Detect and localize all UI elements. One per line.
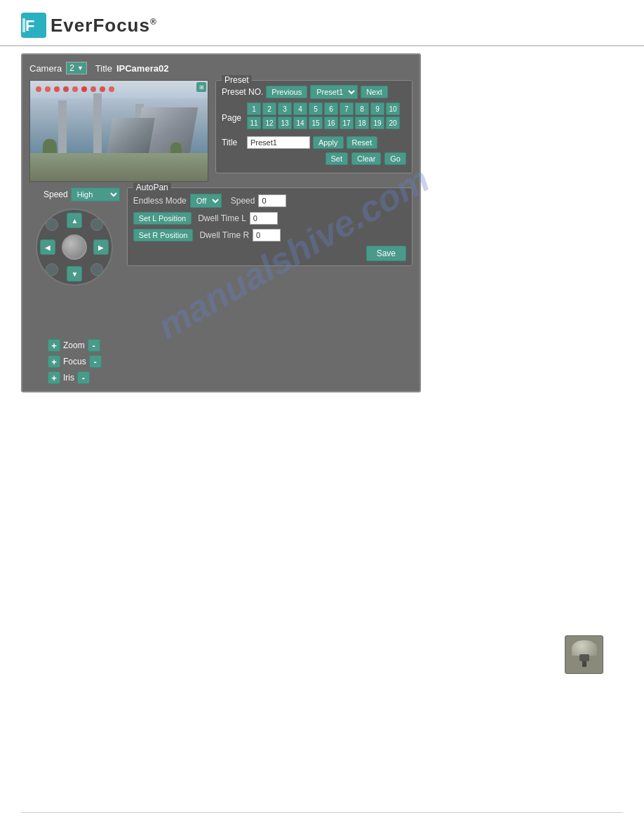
camera-number-select[interactable]: 2 ▼: [66, 62, 87, 74]
page-4[interactable]: 4: [293, 102, 307, 115]
speed-select[interactable]: High Medium Low: [71, 187, 120, 201]
page-3[interactable]: 3: [278, 102, 292, 115]
controls-row: Speed High Medium Low ▲ ◀ ▶ ▼: [29, 187, 412, 384]
joystick-down-left[interactable]: [46, 263, 58, 276]
joystick-up-left[interactable]: [46, 218, 58, 231]
camera-title-value: IPCamera02: [116, 63, 168, 74]
speed-row: Speed High Medium Low: [43, 187, 120, 201]
page-19[interactable]: 19: [370, 117, 384, 129]
iris-label: Iris: [63, 373, 74, 383]
svg-rect-2: [22, 18, 25, 32]
ceiling-lights: [30, 86, 208, 92]
reset-button[interactable]: Reset: [347, 136, 378, 149]
preset-no-label: Preset NO.: [222, 87, 263, 97]
set-r-row: Set R Position Dwell Time R: [133, 229, 406, 241]
dwell-r-label: Dwell Time R: [199, 230, 249, 240]
previous-button[interactable]: Previous: [266, 86, 307, 98]
save-button[interactable]: Save: [366, 246, 406, 261]
joystick-up[interactable]: ▲: [67, 213, 82, 228]
content-row: ⊞ Preset Preset NO. Previous Preset1 Pre…: [29, 80, 412, 182]
page-2[interactable]: 2: [262, 102, 276, 115]
page-12[interactable]: 12: [262, 117, 276, 129]
dwell-l-label: Dwell Time L: [198, 213, 246, 223]
page-15[interactable]: 15: [309, 117, 323, 129]
page-17[interactable]: 17: [340, 117, 354, 129]
pillar-1: [58, 100, 67, 157]
joystick-center[interactable]: [62, 234, 87, 260]
page-row: Page 1 2 3 4 5 6 7 8 9 10 11 12 1: [222, 102, 406, 133]
pillar-2: [93, 93, 102, 157]
camera-label: Camera: [29, 63, 62, 74]
zoom-minus-button[interactable]: -: [88, 339, 100, 352]
preset-action-row: Set Clear Go: [222, 152, 406, 165]
page-9[interactable]: 9: [370, 102, 384, 115]
page-18[interactable]: 18: [355, 117, 369, 129]
dwell-time-r-input[interactable]: [253, 229, 281, 241]
apply-button[interactable]: Apply: [313, 136, 344, 149]
joystick-up-right[interactable]: [90, 218, 103, 231]
focus-plus-button[interactable]: +: [48, 355, 60, 368]
joystick-left[interactable]: ◀: [40, 239, 55, 255]
autopan-speed-input[interactable]: [258, 194, 286, 207]
everfocus-logo-icon: F: [21, 13, 46, 38]
page-1[interactable]: 1: [247, 102, 261, 115]
preset-select[interactable]: Preset1 Preset2 Preset3: [310, 85, 358, 99]
camera-number-arrow: ▼: [77, 65, 83, 72]
dwell-time-l-input[interactable]: [250, 212, 278, 225]
preset-title-row: Title Apply Reset: [222, 136, 406, 149]
camera-bar: Camera 2 ▼ Title IPCamera02: [29, 62, 412, 74]
page-11[interactable]: 11: [247, 117, 261, 129]
page-16[interactable]: 16: [324, 117, 338, 129]
escalator-2: [106, 118, 155, 157]
page-numbers-grid: 1 2 3 4 5 6 7 8 9 10 11 12 13 14: [247, 102, 400, 129]
iris-row: + Iris -: [48, 371, 102, 384]
dome-camera-icon: [570, 640, 599, 670]
svg-text:F: F: [25, 17, 34, 34]
preset-title-input[interactable]: [247, 136, 310, 149]
scene-floor: [30, 153, 208, 181]
focus-label: Focus: [63, 357, 86, 366]
autopan-legend: AutoPan: [133, 183, 171, 192]
iris-plus-button[interactable]: +: [48, 371, 60, 384]
page-6[interactable]: 6: [324, 102, 338, 115]
joystick-down[interactable]: ▼: [67, 266, 82, 282]
page-13[interactable]: 13: [278, 117, 292, 129]
video-preview: ⊞: [29, 80, 208, 182]
page-14[interactable]: 14: [293, 117, 307, 129]
preset-no-row: Preset NO. Previous Preset1 Preset2 Pres…: [222, 85, 406, 99]
joystick-down-right[interactable]: [90, 263, 103, 276]
joystick-section: Speed High Medium Low ▲ ◀ ▶ ▼: [29, 187, 120, 384]
page-20[interactable]: 20: [386, 117, 400, 129]
next-button[interactable]: Next: [361, 86, 388, 98]
preset-title-label: Title: [222, 138, 244, 147]
set-button[interactable]: Set: [326, 152, 349, 165]
page-5[interactable]: 5: [309, 102, 323, 115]
focus-minus-button[interactable]: -: [89, 355, 102, 368]
page-8[interactable]: 8: [355, 102, 369, 115]
joystick-right[interactable]: ▶: [93, 239, 109, 255]
logo-text: EverFocus®: [51, 15, 157, 37]
focus-row: + Focus -: [48, 355, 102, 368]
set-r-position-button[interactable]: Set R Position: [133, 229, 194, 241]
go-button[interactable]: Go: [384, 152, 406, 165]
page-10[interactable]: 10: [386, 102, 400, 115]
title-label: Title: [95, 63, 112, 74]
zoom-plus-button[interactable]: +: [48, 339, 60, 352]
logo: F EverFocus®: [21, 13, 623, 38]
autopan-mode-row: Endless Mode Off On Speed: [133, 194, 406, 208]
set-l-position-button[interactable]: Set L Position: [133, 212, 192, 225]
endless-mode-select[interactable]: Off On: [190, 194, 222, 208]
iris-minus-button[interactable]: -: [77, 371, 90, 384]
video-corner-icon: ⊞: [196, 82, 206, 92]
joystick: ▲ ◀ ▶ ▼: [36, 208, 113, 286]
header: F EverFocus®: [0, 0, 644, 46]
page-7[interactable]: 7: [340, 102, 354, 115]
camera-thumbnail: [565, 635, 603, 674]
page-label: Page: [222, 113, 244, 123]
speed-label: Speed: [43, 190, 68, 199]
preset-panel: Preset Preset NO. Previous Preset1 Prese…: [215, 80, 412, 173]
clear-button[interactable]: Clear: [351, 152, 381, 165]
autopan-speed-label: Speed: [231, 196, 255, 206]
autopan-panel: AutoPan Endless Mode Off On Speed Set L …: [127, 187, 412, 266]
main-panel: Camera 2 ▼ Title IPCamera02: [21, 53, 421, 392]
